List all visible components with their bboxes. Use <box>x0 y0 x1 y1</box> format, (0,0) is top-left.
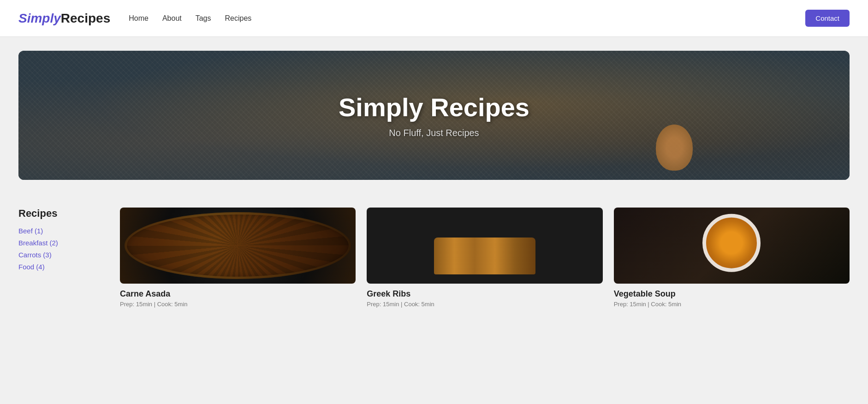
hero-banner: Simply Recipes No Fluff, Just Recipes <box>18 51 850 180</box>
sidebar-item-breakfast[interactable]: Breakfast (2) <box>18 239 58 247</box>
hero-content: Simply Recipes No Fluff, Just Recipes <box>339 92 529 138</box>
recipe-image-carne <box>120 208 356 284</box>
hero-subtitle: No Fluff, Just Recipes <box>339 128 529 138</box>
recipe-meta-carne: Prep: 15min | Cook: 5min <box>120 301 356 308</box>
nav-tags[interactable]: Tags <box>196 14 211 22</box>
navbar: SimplyRecipes Home About Tags Recipes Co… <box>0 0 868 37</box>
recipe-card-carne[interactable]: Carne Asada Prep: 15min | Cook: 5min <box>120 208 356 308</box>
nav-links: Home About Tags Recipes <box>129 14 805 23</box>
main-content: Recipes Beef (1) Breakfast (2) Carrots (… <box>0 194 868 326</box>
contact-button[interactable]: Contact <box>805 10 850 27</box>
recipe-card-soup[interactable]: Vegetable Soup Prep: 15min | Cook: 5min <box>614 208 850 308</box>
logo[interactable]: SimplyRecipes <box>18 11 110 26</box>
recipe-meta-soup: Prep: 15min | Cook: 5min <box>614 301 850 308</box>
recipe-name-carne: Carne Asada <box>120 289 356 299</box>
logo-recipes: Recipes <box>61 11 110 25</box>
nav-home[interactable]: Home <box>129 14 149 22</box>
recipe-grid: Carne Asada Prep: 15min | Cook: 5min Gre… <box>120 208 850 308</box>
recipe-image-soup <box>614 208 850 284</box>
sidebar: Recipes Beef (1) Breakfast (2) Carrots (… <box>18 208 101 308</box>
recipe-card-ribs[interactable]: Greek Ribs Prep: 15min | Cook: 5min <box>367 208 602 308</box>
sidebar-item-carrots[interactable]: Carrots (3) <box>18 251 52 259</box>
recipe-image-ribs <box>367 208 602 284</box>
logo-simply: Simply <box>18 11 61 25</box>
recipe-name-ribs: Greek Ribs <box>367 289 602 299</box>
sidebar-item-food[interactable]: Food (4) <box>18 263 45 271</box>
hero-title: Simply Recipes <box>339 92 529 122</box>
recipe-name-soup: Vegetable Soup <box>614 289 850 299</box>
nav-recipes[interactable]: Recipes <box>225 14 252 22</box>
sidebar-title: Recipes <box>18 208 101 220</box>
sidebar-category-list: Beef (1) Breakfast (2) Carrots (3) Food … <box>18 227 101 271</box>
recipe-meta-ribs: Prep: 15min | Cook: 5min <box>367 301 602 308</box>
sidebar-item-beef[interactable]: Beef (1) <box>18 227 43 235</box>
nav-about[interactable]: About <box>162 14 182 22</box>
